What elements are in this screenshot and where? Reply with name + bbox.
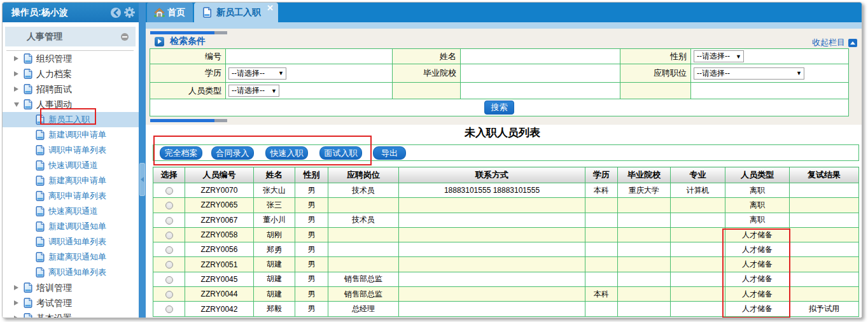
tree-item-label: 基本设置 bbox=[36, 311, 72, 318]
row-radio[interactable] bbox=[165, 305, 173, 313]
tree-item-14[interactable]: 离职通知单列表 bbox=[3, 265, 139, 280]
tree-doc-icon bbox=[24, 298, 32, 308]
tree-doc-icon bbox=[24, 53, 32, 64]
tree-doc-icon bbox=[36, 191, 45, 201]
tree-collapsed-arrow-icon[interactable] bbox=[14, 300, 18, 305]
toolbar-button-2[interactable]: 快速入职 bbox=[265, 146, 308, 160]
tree-item-label: 新员工入职 bbox=[48, 112, 90, 127]
tree-collapsed-arrow-icon[interactable] bbox=[14, 71, 18, 76]
splitter-collapse-handle[interactable] bbox=[139, 163, 145, 196]
table-cell: 胡建 bbox=[254, 287, 295, 302]
table-cell bbox=[399, 242, 585, 257]
toolbar-button-4[interactable]: 导出 bbox=[373, 146, 406, 160]
tree-item-2[interactable]: 招聘面试 bbox=[3, 81, 139, 97]
toolbar-button-0[interactable]: 完全档案 bbox=[160, 146, 202, 160]
column-header[interactable]: 学历 bbox=[585, 167, 618, 183]
tree-item-10[interactable]: 快速离职通道 bbox=[3, 204, 139, 219]
toolbar-button-1[interactable]: 合同录入 bbox=[211, 146, 254, 160]
sidebar-panel-header[interactable]: 人事管理 bbox=[5, 27, 136, 46]
splitter[interactable] bbox=[139, 3, 146, 318]
table-cell bbox=[399, 272, 585, 286]
tree-doc-icon bbox=[36, 221, 45, 232]
tree-item-9[interactable]: 离职申请单列表 bbox=[3, 188, 139, 204]
yingpinzhiwei-select[interactable]: --请选择--▼ bbox=[694, 67, 804, 80]
xingbie-select[interactable]: --请选择--▼ bbox=[694, 50, 744, 62]
row-radio[interactable] bbox=[165, 261, 173, 269]
main-area: 首页 新员工入职 ✕ 检索条件 收起栏目 编号姓名性别--请选择--▼学 bbox=[146, 3, 862, 318]
collapse-up-icon bbox=[848, 39, 857, 47]
tree-item-label: 招聘面试 bbox=[36, 81, 72, 97]
table-cell bbox=[328, 198, 399, 213]
tree-item-15[interactable]: 培训管理 bbox=[3, 280, 139, 295]
column-header[interactable]: 毕业院校 bbox=[618, 167, 671, 183]
tree-item-7[interactable]: 快速调职通道 bbox=[3, 158, 139, 173]
table-cell bbox=[618, 198, 671, 213]
table-row: ZZRY0065张三男离职 bbox=[153, 198, 859, 213]
search-button[interactable]: 搜索 bbox=[484, 101, 514, 115]
collapse-section-button[interactable]: 收起栏目 bbox=[812, 37, 857, 48]
horizontal-scrollbar-top[interactable] bbox=[150, 31, 227, 34]
column-header[interactable]: 姓名 bbox=[254, 167, 295, 183]
gear-icon[interactable] bbox=[124, 7, 135, 18]
column-header[interactable]: 联系方式 bbox=[399, 167, 585, 183]
tree-doc-icon bbox=[24, 69, 32, 79]
tree-item-0[interactable]: 组织管理 bbox=[3, 51, 139, 66]
tree-collapsed-arrow-icon[interactable] bbox=[14, 316, 18, 318]
tree-doc-icon bbox=[36, 267, 45, 277]
column-header[interactable]: 人员编号 bbox=[185, 167, 254, 183]
tab-new-employee[interactable]: 新员工入职 ✕ bbox=[194, 3, 278, 22]
tab-home[interactable]: 首页 bbox=[147, 3, 193, 22]
table-cell: 销售部总监 bbox=[328, 272, 399, 286]
table-cell: 男 bbox=[295, 183, 328, 198]
tree-collapsed-arrow-icon[interactable] bbox=[14, 56, 18, 61]
table-cell: 人才储备 bbox=[725, 242, 790, 257]
tree-item-16[interactable]: 考试管理 bbox=[3, 295, 139, 311]
tree-item-11[interactable]: 新建调职通知单 bbox=[3, 219, 139, 234]
tree-item-4[interactable]: 新员工入职 bbox=[3, 112, 139, 127]
list-title: 未入职人员列表 bbox=[146, 125, 859, 140]
table-cell: 离职 bbox=[725, 183, 790, 198]
row-radio[interactable] bbox=[165, 246, 173, 254]
row-radio[interactable] bbox=[165, 187, 173, 195]
toolbar-button-3[interactable]: 面试入职 bbox=[319, 146, 362, 160]
tree-item-3[interactable]: 人事调动 bbox=[3, 97, 139, 112]
bianhao-input[interactable] bbox=[226, 49, 393, 64]
search-section-header: 检索条件 bbox=[155, 36, 206, 46]
row-radio[interactable] bbox=[165, 291, 173, 298]
xueli-select[interactable]: --请选择--▼ bbox=[228, 67, 286, 80]
row-radio[interactable] bbox=[165, 217, 173, 225]
tree-item-5[interactable]: 新建调职申请单 bbox=[3, 127, 139, 143]
tree-item-12[interactable]: 调职通知单列表 bbox=[3, 234, 139, 249]
tree-item-1[interactable]: 人力档案 bbox=[3, 66, 139, 81]
tab-close-icon[interactable]: ✕ bbox=[267, 4, 274, 12]
tree-item-8[interactable]: 新建离职申请单 bbox=[3, 173, 139, 188]
tree-item-17[interactable]: 基本设置 bbox=[3, 311, 139, 318]
column-header[interactable]: 应聘岗位 bbox=[328, 167, 399, 183]
row-radio[interactable] bbox=[165, 232, 173, 239]
table-cell: 郑毅 bbox=[254, 302, 295, 316]
tree-item-13[interactable]: 新建离职通知单 bbox=[3, 249, 139, 265]
column-header[interactable]: 选择 bbox=[153, 167, 185, 183]
section-arrow-icon[interactable] bbox=[155, 37, 164, 46]
column-header[interactable]: 专业 bbox=[671, 167, 725, 183]
row-radio[interactable] bbox=[165, 202, 173, 209]
tree-expanded-arrow-icon[interactable] bbox=[14, 102, 19, 107]
table-cell: 重庆大学 bbox=[618, 183, 671, 198]
horizontal-scrollbar-bottom[interactable] bbox=[150, 119, 227, 122]
column-header[interactable]: 人员类型 bbox=[725, 167, 790, 183]
xingming-input[interactable] bbox=[461, 49, 620, 64]
biyeyuanxiao-input[interactable] bbox=[461, 64, 620, 83]
tree-item-6[interactable]: 调职申请单列表 bbox=[3, 143, 139, 158]
renyuanleixing-select[interactable]: --请选择--▼ bbox=[228, 85, 279, 97]
column-header[interactable]: 性别 bbox=[295, 167, 328, 183]
tree-collapsed-arrow-icon[interactable] bbox=[14, 285, 18, 290]
row-radio[interactable] bbox=[165, 276, 173, 284]
back-icon[interactable] bbox=[111, 8, 121, 18]
tree-collapsed-arrow-icon[interactable] bbox=[14, 87, 18, 92]
collapse-panel-icon[interactable] bbox=[121, 33, 129, 41]
tree-item-label: 离职通知单列表 bbox=[48, 265, 106, 280]
table-row: ZZRY0070张大山男技术员18883101555 18883101555本科… bbox=[153, 183, 859, 198]
column-header[interactable]: 复试结果 bbox=[790, 167, 859, 183]
table-cell bbox=[618, 302, 671, 316]
tree-doc-icon bbox=[36, 252, 45, 262]
